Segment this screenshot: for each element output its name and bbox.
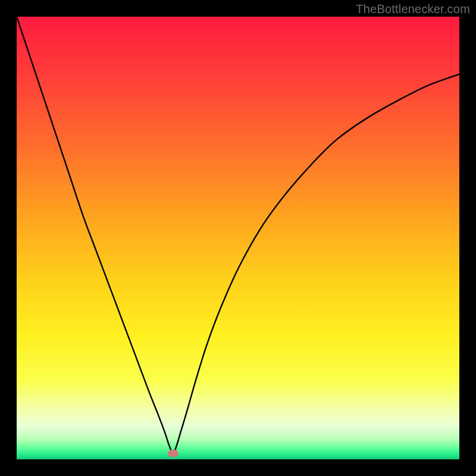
watermark-text: TheBottlenecker.com (356, 2, 470, 16)
plot-area (17, 17, 459, 459)
chart-stage: TheBottlenecker.com (0, 0, 476, 476)
curve-layer (17, 17, 459, 459)
minimum-marker (168, 450, 178, 457)
bottleneck-curve (17, 17, 459, 453)
